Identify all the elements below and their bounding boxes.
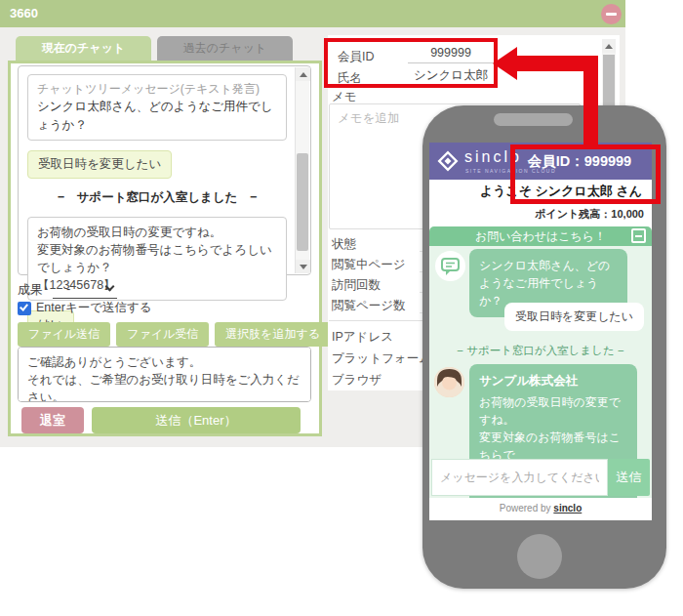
- outcome-label: 成果: [18, 281, 43, 299]
- operator-entered-status: − サポート窓口が入室しました −: [429, 344, 652, 358]
- bot-avatar: [435, 251, 465, 281]
- powered-by-prefix: Powered by: [500, 503, 554, 513]
- highlight-box-form: [324, 38, 498, 88]
- send-button[interactable]: 送信: [608, 459, 650, 496]
- scrollbar-thumb[interactable]: [297, 153, 308, 251]
- visitor-message-bubble: 受取日時を変更したい: [504, 303, 644, 331]
- chat-history-area[interactable]: チャットツリーメッセージ(テキスト発言) シンクロ太郎さん、どのようなご用件でし…: [18, 65, 311, 275]
- field-label-status: 状態: [332, 236, 356, 253]
- red-arrow-head: [493, 47, 517, 80]
- powered-by: Powered by sinclo: [429, 498, 652, 520]
- field-label-visit-count: 訪問回数: [332, 277, 381, 294]
- scroll-up-icon[interactable]: [296, 67, 310, 81]
- points-balance: ポイント残高：10,000: [429, 203, 652, 225]
- field-label-ip-address: IPアドレス: [332, 329, 393, 346]
- operator-entered-status: − サポート窓口が入室しました −: [27, 189, 287, 206]
- file-receive-button[interactable]: ファイル受信: [116, 322, 209, 347]
- sinclo-logo-icon: [437, 150, 459, 172]
- leave-room-button[interactable]: 退室: [21, 407, 84, 433]
- phone-home-button: [517, 534, 562, 579]
- operator-avatar: [434, 367, 464, 397]
- tab-current-chat[interactable]: 現在のチャット: [16, 36, 151, 61]
- minimize-button[interactable]: [601, 4, 622, 24]
- scroll-up-icon[interactable]: [602, 39, 616, 53]
- minus-icon: [606, 13, 617, 16]
- field-label-platform: プラットフォーム: [332, 350, 431, 367]
- chat-tree-message-card: チャットツリーメッセージ(テキスト発言) シンクロ太郎さん、どのようなご用件でし…: [27, 74, 287, 141]
- enter-send-label: Enterキーで送信する: [36, 300, 152, 316]
- phone-speaker: [494, 113, 573, 126]
- window-title: 3660: [10, 0, 38, 27]
- add-choices-button[interactable]: 選択肢を追加する: [215, 322, 331, 347]
- action-buttons-row: ファイル送信 ファイル受信 選択肢を追加する: [18, 322, 331, 347]
- outcome-select[interactable]: -: [53, 281, 117, 299]
- scrollbar-thumb[interactable]: [603, 55, 615, 111]
- field-label-browser: ブラウザ: [332, 372, 382, 389]
- outcome-row: 成果 -: [18, 281, 117, 299]
- company-name: サンプル株式会社: [479, 372, 627, 390]
- window-header: 3660: [0, 0, 625, 27]
- enter-send-checkbox[interactable]: [18, 302, 31, 315]
- field-label-current-page: 閲覧中ページ: [332, 257, 406, 273]
- highlight-box-phone: [510, 144, 661, 204]
- send-enter-button[interactable]: 送信（Enter）: [92, 407, 301, 433]
- chat-widget-header[interactable]: お問い合わせはこちら！: [429, 226, 652, 246]
- red-arrow-shaft-vertical: [583, 56, 598, 146]
- tab-past-chat[interactable]: 過去のチャット: [157, 36, 293, 61]
- message-input[interactable]: [431, 459, 608, 496]
- message-input-row: 送信: [431, 459, 650, 496]
- chevron-down-icon: [105, 282, 115, 292]
- chat-scrollbar[interactable]: [295, 67, 309, 273]
- outcome-value: -: [66, 281, 70, 296]
- enter-send-row: Enterキーで送信する: [18, 300, 152, 316]
- powered-by-brand-link[interactable]: sinclo: [553, 503, 582, 513]
- scroll-down-icon[interactable]: [296, 260, 310, 273]
- checkmark-icon: [20, 302, 28, 310]
- chat-tree-message-text: シンクロ太郎さん、どのようなご用件でしょうか？: [37, 98, 277, 133]
- chat-tree-message-label: チャットツリーメッセージ(テキスト発言): [37, 81, 277, 98]
- reply-input[interactable]: ご確認ありがとうございます。 それでは、ご希望のお受け取り日時をご入力ください。: [18, 347, 311, 402]
- file-send-button[interactable]: ファイル送信: [18, 322, 110, 347]
- chat-widget-title: お問い合わせはこちら！: [475, 229, 606, 243]
- visitor-bubble: 受取日時を変更したい: [27, 150, 172, 179]
- widget-minimize-icon[interactable]: [631, 228, 646, 243]
- field-label-page-views: 閲覧ページ数: [332, 298, 406, 314]
